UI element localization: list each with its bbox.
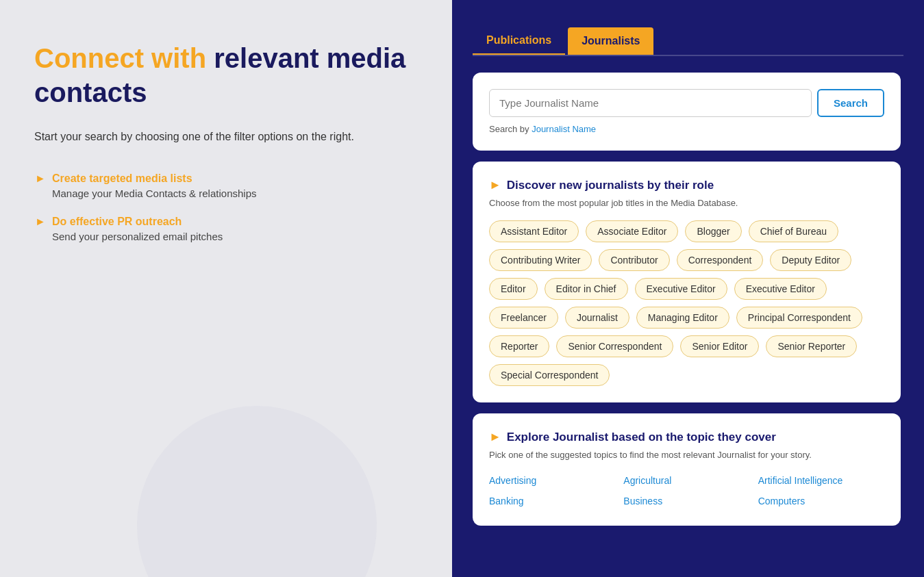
role-tag[interactable]: Executive Editor: [635, 278, 727, 300]
headline-orange: Connect with: [34, 43, 206, 73]
topics-title: ► Explore Journalist based on the topic …: [489, 430, 884, 444]
topic-link[interactable]: Advertising: [489, 472, 615, 489]
subtitle: Start your search by choosing one of the…: [34, 129, 418, 145]
tabs: Publications Journalists: [473, 27, 903, 56]
role-tag[interactable]: Reporter: [489, 335, 549, 357]
topics-subtitle: Pick one of the suggested topics to find…: [489, 450, 884, 460]
role-tag[interactable]: Chief of Bureau: [749, 220, 838, 242]
roles-title: ► Discover new journalists by their role: [489, 178, 884, 192]
role-tag[interactable]: Editor: [489, 278, 538, 300]
role-tag[interactable]: Journalist: [565, 307, 629, 329]
topics-title-text: Explore Journalist based on the topic th…: [507, 431, 776, 444]
roles-title-text: Discover new journalists by their role: [507, 179, 714, 192]
role-tag[interactable]: Senior Reporter: [766, 335, 857, 357]
role-tag[interactable]: Special Correspondent: [489, 364, 610, 386]
feature-2-label: Do effective PR outreach: [52, 216, 182, 228]
role-tag[interactable]: Freelancer: [489, 307, 558, 329]
topic-link[interactable]: Agricultural: [623, 472, 749, 489]
arrow-icon-2: ►: [34, 216, 47, 228]
role-tag[interactable]: Senior Editor: [680, 335, 759, 357]
role-tag[interactable]: Editor in Chief: [545, 278, 628, 300]
headline: Connect with relevant media contacts: [34, 41, 418, 110]
search-button[interactable]: Search: [817, 89, 884, 117]
feature-1-link[interactable]: ► Create targeted media lists: [34, 172, 418, 185]
roles-tags: Assistant EditorAssociate EditorBloggerC…: [489, 220, 884, 386]
feature-1: ► Create targeted media lists Manage you…: [34, 172, 418, 199]
topic-link[interactable]: Artificial Intelligence: [758, 472, 884, 489]
topics-card: ► Explore Journalist based on the topic …: [473, 413, 901, 526]
search-hint-link[interactable]: Journalist Name: [532, 124, 596, 134]
content-area[interactable]: Search Search by Journalist Name ► Disco…: [473, 73, 903, 550]
arrow-icon-1: ►: [34, 172, 47, 185]
role-tag[interactable]: Associate Editor: [586, 220, 678, 242]
feature-1-desc: Manage your Media Contacts & relationshi…: [34, 188, 418, 199]
topics-grid: AdvertisingAgriculturalArtificial Intell…: [489, 472, 884, 509]
tab-journalists[interactable]: Journalists: [568, 27, 653, 55]
roles-arrow-icon: ►: [489, 178, 501, 192]
search-input[interactable]: [489, 89, 812, 117]
roles-subtitle: Choose from the most popular job titles …: [489, 198, 884, 208]
role-tag[interactable]: Deputy Editor: [770, 249, 851, 271]
search-hint-text: Search by: [489, 124, 532, 134]
search-hint: Search by Journalist Name: [489, 124, 884, 134]
search-card: Search Search by Journalist Name: [473, 73, 901, 151]
topic-link[interactable]: Business: [623, 493, 749, 509]
role-tag[interactable]: Assistant Editor: [489, 220, 579, 242]
role-tag[interactable]: Correspondent: [677, 249, 764, 271]
feature-2-link[interactable]: ► Do effective PR outreach: [34, 216, 418, 228]
roles-card: ► Discover new journalists by their role…: [473, 162, 901, 402]
right-panel: Publications Journalists Search Search b…: [452, 0, 924, 577]
role-tag[interactable]: Blogger: [685, 220, 741, 242]
role-tag[interactable]: Contributing Writer: [489, 249, 592, 271]
search-row: Search: [489, 89, 884, 117]
role-tag[interactable]: Executive Editor: [734, 278, 827, 300]
role-tag[interactable]: Principal Correspondent: [736, 307, 862, 329]
feature-1-label: Create targeted media lists: [52, 172, 192, 185]
topics-arrow-icon: ►: [489, 430, 501, 444]
tab-publications[interactable]: Publications: [473, 27, 565, 55]
role-tag[interactable]: Contributor: [599, 249, 669, 271]
left-panel: Connect with relevant media contacts Sta…: [0, 0, 452, 577]
role-tag[interactable]: Managing Editor: [636, 307, 729, 329]
feature-2-desc: Send your personalized email pitches: [34, 231, 418, 242]
feature-2: ► Do effective PR outreach Send your per…: [34, 216, 418, 242]
role-tag[interactable]: Senior Correspondent: [556, 335, 673, 357]
topic-link[interactable]: Computers: [758, 493, 884, 509]
topic-link[interactable]: Banking: [489, 493, 615, 509]
